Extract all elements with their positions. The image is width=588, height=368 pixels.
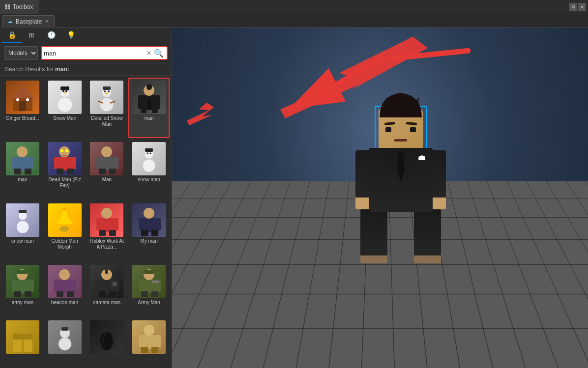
grid-item-army-man[interactable]: army man [2, 262, 43, 316]
svg-rect-68 [154, 218, 161, 230]
svg-rect-101 [151, 291, 158, 297]
svg-rect-80 [54, 280, 60, 292]
thumb-man-suit [132, 81, 166, 114]
svg-rect-33 [60, 157, 71, 170]
grid-item-dead-man-label: Dead Man (Plz Fav) [47, 177, 83, 189]
toolbox-nav: 🔒 ⊞ 🕐 💡 [0, 28, 172, 43]
grid-item-man2[interactable]: man [2, 139, 43, 199]
nav-inventory[interactable]: 🔒 [2, 28, 22, 43]
model-dropdown[interactable]: Models [4, 46, 38, 60]
man-tie [397, 153, 405, 182]
svg-rect-103 [24, 339, 32, 352]
grid-item-bottom4[interactable] [128, 317, 170, 366]
grid-item-snowman[interactable]: Snow Man [44, 78, 86, 138]
man-eyebrow-right [406, 122, 417, 125]
svg-point-53 [16, 221, 29, 233]
items-grid: Ginger Bread... Snow Man [0, 76, 172, 368]
thumb-bottom2 [48, 320, 82, 354]
minimize-button[interactable]: ⧉ [569, 3, 577, 11]
grid-item-snow-man3[interactable]: snow man [2, 200, 43, 261]
svg-rect-42 [102, 157, 113, 170]
svg-rect-65 [109, 230, 116, 236]
search-box: ✕ 🔍 [41, 46, 168, 60]
grid-item-army-man-label: army man [12, 300, 33, 306]
thumb-my-man [132, 203, 166, 237]
baseplate-tab[interactable]: ☁ Baseplate ✕ [2, 15, 55, 27]
thumb-army-man2 [132, 265, 166, 298]
svg-rect-13 [103, 86, 111, 90]
man-pocket-square [418, 155, 425, 160]
baseplate-tab-close[interactable]: ✕ [45, 18, 49, 25]
svg-rect-113 [139, 335, 145, 347]
svg-point-105 [59, 338, 71, 350]
thumb-army-man [6, 265, 39, 298]
grid-item-roblox-pizza[interactable]: Roblox Work At A Pizza... [87, 200, 128, 261]
grid-item-bottom1[interactable] [2, 317, 43, 366]
svg-rect-24 [147, 100, 151, 109]
man-mouth [394, 139, 407, 142]
close-button[interactable]: ✕ [578, 3, 586, 11]
title-bar: Toolbox ⧉ ✕ [0, 0, 588, 14]
search-clear-button[interactable]: ✕ [145, 49, 153, 57]
grid-item-man3[interactable]: Man [87, 139, 128, 199]
svg-point-69 [144, 208, 154, 219]
grid-item-my-man-label: My man [140, 238, 158, 244]
grid-item-dead-man[interactable]: Dead Man (Plz Fav) [44, 139, 86, 199]
toolbox-tab[interactable]: Toolbox [0, 0, 38, 14]
thumb-man2 [6, 142, 39, 175]
man-eyebrow-left [384, 122, 395, 125]
svg-rect-93 [109, 291, 116, 297]
grid-item-snowman2[interactable]: snow man [128, 139, 170, 199]
svg-rect-64 [99, 230, 106, 236]
grid-item-detailed-snowman[interactable]: Detailed Snow Man [87, 78, 128, 138]
man-head-wrap [379, 109, 423, 150]
grid-item-camera-man[interactable]: camera man [87, 262, 128, 316]
svg-point-30 [17, 146, 28, 157]
grid-item-camera-man-label: camera man [93, 300, 121, 306]
grid-item-golden-man-label: Golden Man Morph [47, 238, 83, 250]
svg-rect-89 [105, 268, 108, 274]
svg-rect-34 [54, 157, 60, 169]
canvas-area[interactable]: man [172, 28, 588, 368]
svg-point-10 [64, 92, 65, 94]
man-figure [347, 109, 455, 266]
nav-recent[interactable]: 🕐 [41, 28, 61, 43]
svg-point-5 [58, 97, 72, 112]
svg-marker-1 [11, 85, 34, 98]
svg-marker-119 [187, 103, 214, 125]
svg-rect-28 [12, 157, 18, 169]
thumb-snowman2 [132, 142, 166, 175]
svg-point-52 [149, 152, 151, 154]
nav-marketplace[interactable]: ⊞ [22, 28, 41, 43]
svg-point-37 [60, 149, 63, 152]
nav-light[interactable]: 💡 [61, 28, 81, 43]
svg-rect-46 [99, 169, 106, 174]
svg-rect-2 [19, 101, 26, 111]
results-label: Search Results for man: [0, 63, 172, 76]
svg-rect-39 [62, 155, 66, 156]
search-go-button[interactable]: 🔍 [153, 49, 165, 58]
grid-item-golden-man[interactable]: Golden Man Morph [44, 200, 86, 261]
grid-item-beacon-man[interactable]: beacon man [44, 262, 86, 316]
grid-item-man2-label: man [18, 177, 27, 183]
grid-item-man-suit[interactable]: man [128, 78, 170, 138]
svg-point-59 [61, 210, 68, 217]
svg-rect-95 [139, 280, 145, 292]
grid-item-army-man2[interactable]: Army Man [128, 262, 170, 316]
svg-rect-26 [152, 107, 158, 113]
grid-item-my-man[interactable]: My man [128, 200, 170, 261]
toolbox-tab-icon [5, 4, 10, 9]
grid-item-roblox-pizza-label: Roblox Work At A Pizza... [89, 238, 124, 250]
grid-item-beacon-man-label: beacon man [51, 300, 78, 306]
grid-item-man3-label: Man [102, 177, 112, 183]
search-input[interactable] [44, 50, 145, 57]
svg-point-8 [62, 90, 64, 92]
svg-rect-107 [61, 327, 68, 331]
grid-item-bottom3[interactable] [87, 317, 128, 366]
grid-item-gingerbread[interactable]: Ginger Bread... [2, 78, 43, 138]
grid-item-gingerbread-label: Ginger Bread... [6, 115, 39, 121]
grid-item-bottom2[interactable] [44, 317, 86, 366]
svg-rect-7 [60, 86, 69, 90]
svg-rect-35 [70, 157, 76, 169]
search-row: Models ✕ 🔍 [0, 43, 172, 63]
